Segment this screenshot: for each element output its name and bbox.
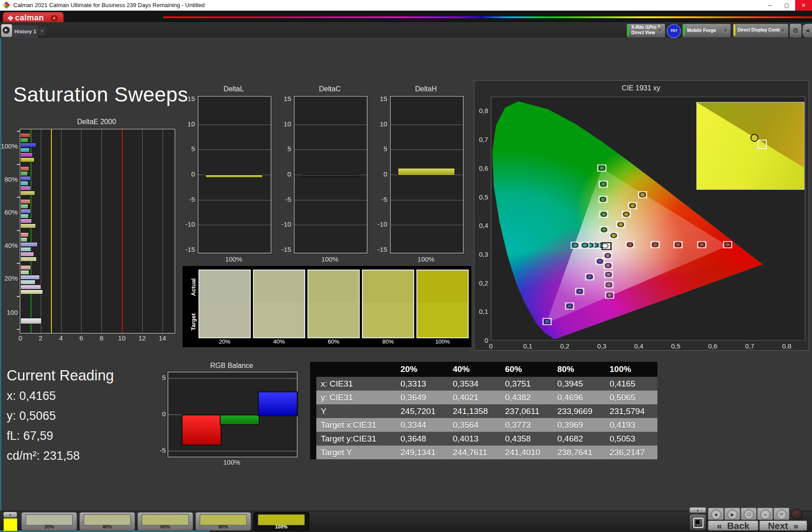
deltae-bar	[20, 171, 28, 176]
tile-label: 100%	[254, 524, 309, 529]
tile-label: 60%	[138, 524, 193, 529]
pattern-tile-80%[interactable]: 80%	[195, 512, 251, 531]
deltae-bar	[20, 143, 36, 148]
swatch-label: 60%	[307, 338, 360, 345]
calman-menu-dropdown-icon[interactable]: ▼	[51, 15, 58, 22]
pattern-tile-60%[interactable]: 60%	[137, 512, 193, 531]
cie-y-tick: 0,5	[470, 193, 488, 201]
swatch-label: 80%	[362, 338, 414, 345]
cie-chart-title: CIE 1931 xy	[474, 84, 808, 92]
deltae-bar	[20, 153, 33, 157]
deltae-bar	[20, 223, 36, 228]
deltae-bar	[20, 285, 41, 289]
gridline	[101, 129, 102, 333]
deltae-x-tick: 6	[74, 334, 88, 342]
loop-button[interactable]: ⟳	[773, 508, 789, 520]
rainbow-gradient-bar	[163, 16, 812, 18]
sidebar-toggle-button[interactable]: ▶	[1, 24, 12, 37]
deltae-bar	[20, 257, 37, 262]
deltae-bar	[20, 242, 38, 247]
page-title: Saturation Sweeps	[13, 82, 188, 106]
mini-y-tick: -15	[182, 246, 195, 253]
tab-history-1[interactable]: History 1	[12, 25, 38, 38]
pattern-tile-20%[interactable]: 20%	[21, 512, 77, 531]
table-row: Target Y249,1341244,7611241,4010238,7641…	[310, 446, 657, 459]
swatch-label: 20%	[198, 338, 251, 345]
mini-y-tick: -15	[374, 246, 387, 253]
stop-measure-button[interactable]	[689, 514, 706, 531]
pattern-tile-100%[interactable]: 100%	[253, 512, 309, 531]
deltae-group-label: 80%	[0, 176, 18, 183]
close-button[interactable]: ✕	[795, 0, 812, 11]
deltae-group-label: 20%	[0, 274, 18, 282]
deltae-x-tick: 0	[14, 334, 27, 342]
pattern-tile-40%[interactable]: 40%	[79, 512, 135, 531]
cie-y-tick: 0,2	[470, 279, 488, 287]
active-pattern-swatch[interactable]	[4, 518, 17, 531]
cell-value: 244,7611	[448, 446, 501, 459]
rgb-y-tick: -5	[153, 446, 166, 454]
back-button[interactable]: « Back	[708, 520, 758, 531]
continuous-measure-button[interactable]: ∞	[757, 508, 773, 520]
deltae-bar	[20, 199, 31, 204]
cie-y-tick: 0,1	[470, 308, 488, 315]
maximize-button[interactable]: ▢	[778, 0, 795, 11]
next-button[interactable]: Next »	[759, 520, 807, 531]
row-label: Y	[316, 404, 396, 418]
pattern-window-button[interactable]: ⊡	[741, 508, 757, 520]
source-name: Mobile Forge	[687, 27, 716, 33]
target-swatch	[308, 302, 359, 337]
table-row: y: CIE310,36490,40210,43820,46960,5065	[310, 391, 657, 404]
target-swatch	[363, 302, 413, 337]
cell-value: 0,4682	[553, 432, 605, 446]
cell-value: 245,7201	[396, 404, 448, 418]
mini-chart-title: DeltaC	[294, 85, 366, 93]
settings-gear-button[interactable]: ⚙	[789, 23, 802, 38]
pattern-scroll-up-button[interactable]: ▲	[4, 512, 17, 517]
chevron-down-icon[interactable]: ▼	[657, 27, 663, 33]
deltae-x-tick: 14	[156, 334, 169, 342]
color-swatch	[362, 270, 414, 338]
deltae-group-label: 40%	[0, 242, 18, 249]
deltae-bar	[20, 191, 35, 196]
mini-y-tick: -10	[182, 220, 195, 228]
mini-y-tick: -5	[278, 196, 291, 203]
play-button[interactable]: ▶	[724, 508, 740, 520]
mini-bar	[302, 175, 359, 177]
deltae-bar	[20, 148, 30, 153]
cell-value: 0,4382	[501, 391, 553, 404]
calman-app: Calman 2021 Calman Ultimate for Business…	[0, 0, 812, 532]
row-handle	[310, 362, 316, 377]
stop-button[interactable]: ■	[708, 508, 724, 520]
cie-x-tick: 0,3	[593, 342, 611, 350]
mini-y-tick: -10	[278, 220, 291, 228]
mini-y-tick: -5	[374, 196, 387, 203]
deltac-chart	[294, 96, 368, 254]
actual-row-label: Actual	[190, 278, 197, 296]
cell-value: 0,3313	[396, 377, 448, 391]
meter-mode-badge[interactable]: 707	[667, 24, 681, 38]
gridline	[41, 129, 41, 333]
meter-panel-up-button[interactable]: ▲	[689, 507, 706, 513]
cell-value: 0,3534	[448, 377, 501, 391]
add-tab-button[interactable]: +	[38, 27, 46, 35]
minimize-button[interactable]: ─	[761, 0, 778, 11]
collapse-panel-button[interactable]: ◀	[802, 23, 812, 38]
color-swatch	[416, 270, 469, 338]
deltae-bar	[20, 157, 35, 162]
deltae-bar	[20, 138, 28, 143]
row-handle	[310, 446, 316, 459]
tab-strip: ▶ History 1 + X-Rite i1Pro 3Direct View …	[0, 22, 812, 38]
deltae-x-tick: 12	[136, 334, 149, 342]
stop-icon: ■	[711, 509, 721, 520]
source-dropdown[interactable]: Mobile Forge ▼	[682, 23, 731, 38]
tile-label: 40%	[80, 524, 135, 529]
chevron-down-icon[interactable]: ▼	[722, 27, 729, 33]
row-label: Target Y	[316, 446, 396, 459]
chevron-down-icon[interactable]: ▼	[780, 27, 786, 33]
meter-dropdown[interactable]: X-Rite i1Pro 3Direct View ▼	[626, 23, 665, 38]
gridline	[163, 129, 163, 333]
gridline	[81, 129, 82, 333]
workflow-dropdown[interactable]: Direct Display Control ▼	[733, 23, 789, 38]
mini-y-tick: 0	[182, 170, 195, 178]
